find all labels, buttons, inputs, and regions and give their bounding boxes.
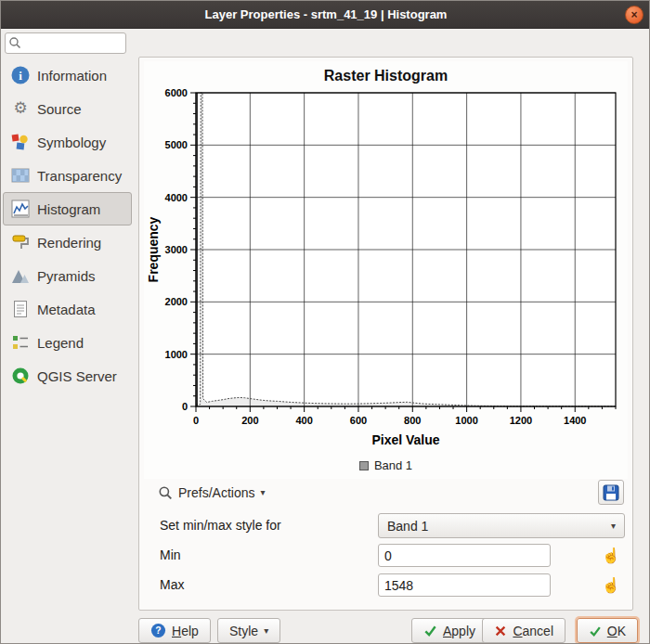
histogram-chart-svg[interactable]: 0200400600800100012001400010002000300040… xyxy=(144,85,628,457)
histogram-panel: Raster Histogram 02004006008001000120014… xyxy=(138,57,633,611)
hand-pointer-icon: ☝ xyxy=(602,576,620,594)
sidebar-item-label: QGIS Server xyxy=(37,368,117,384)
save-histogram-button[interactable] xyxy=(598,480,624,505)
legend-label: Band 1 xyxy=(374,458,412,472)
set-max-button[interactable]: ☝ xyxy=(600,573,622,597)
search-input[interactable] xyxy=(5,32,126,54)
min-label: Min xyxy=(160,543,181,568)
svg-text:600: 600 xyxy=(350,415,367,426)
pyramids-icon xyxy=(10,265,31,286)
prefs-actions-label: Prefs/Actions xyxy=(178,485,254,500)
svg-text:800: 800 xyxy=(404,415,421,426)
sidebar: i Information ⚙ Source Symbology Transpa… xyxy=(1,58,134,393)
set-minmax-label: Set min/max style for xyxy=(160,513,281,538)
sidebar-item-transparency[interactable]: Transparency xyxy=(3,159,132,192)
sidebar-item-label: Rendering xyxy=(37,235,101,251)
source-icon: ⚙ xyxy=(10,98,31,119)
chevron-down-icon: ▾ xyxy=(264,625,268,636)
sidebar-item-histogram[interactable]: Histogram xyxy=(3,192,132,225)
ok-label: OK xyxy=(607,624,626,638)
max-label: Max xyxy=(160,573,184,598)
titlebar: Layer Properties - srtm_41_19 | Histogra… xyxy=(1,1,650,29)
sidebar-item-label: Symbology xyxy=(37,135,106,150)
band-select[interactable]: Band 1 ▾ xyxy=(378,513,625,538)
svg-text:4000: 4000 xyxy=(165,192,188,203)
sidebar-item-legend[interactable]: Legend xyxy=(3,326,132,359)
help-icon: ? xyxy=(150,623,166,638)
sidebar-item-label: Metadata xyxy=(37,302,96,317)
sidebar-item-symbology[interactable]: Symbology xyxy=(3,125,132,159)
svg-text:1200: 1200 xyxy=(510,415,532,426)
sidebar-item-rendering[interactable]: Rendering xyxy=(3,225,132,259)
svg-text:5000: 5000 xyxy=(165,139,188,150)
chevron-down-icon: ▾ xyxy=(260,487,265,497)
prefs-actions-button[interactable]: Prefs/Actions ▾ xyxy=(150,480,273,505)
cancel-label: Cancel xyxy=(513,624,553,638)
min-input[interactable] xyxy=(378,544,551,567)
help-button[interactable]: ? Help xyxy=(138,618,211,643)
apply-button[interactable]: Apply xyxy=(411,618,488,643)
sidebar-search xyxy=(5,32,126,54)
svg-text:0: 0 xyxy=(182,401,188,412)
sidebar-item-pyramids[interactable]: Pyramids xyxy=(3,259,132,292)
close-icon: × xyxy=(630,8,637,21)
svg-text:0: 0 xyxy=(193,415,199,426)
svg-text:Frequency: Frequency xyxy=(146,216,161,282)
cancel-button[interactable]: Cancel xyxy=(482,618,566,643)
chart-title: Raster Histogram xyxy=(144,61,628,84)
rendering-icon xyxy=(10,232,31,252)
chart-legend: Band 1 xyxy=(144,458,628,472)
magnifier-icon xyxy=(158,485,173,500)
legend-icon xyxy=(10,332,31,353)
transparency-icon xyxy=(10,165,31,186)
close-button[interactable]: × xyxy=(625,6,644,24)
svg-text:2000: 2000 xyxy=(165,296,188,307)
raster-histogram-chart: Raster Histogram 02004006008001000120014… xyxy=(144,61,628,479)
qgis-server-icon xyxy=(10,366,31,386)
sidebar-item-label: Histogram xyxy=(37,201,100,217)
sidebar-item-information[interactable]: i Information xyxy=(3,58,132,92)
check-icon xyxy=(423,624,437,638)
svg-text:1400: 1400 xyxy=(564,415,586,426)
histogram-icon xyxy=(10,199,31,219)
sidebar-item-label: Legend xyxy=(37,335,84,351)
check-icon xyxy=(589,625,602,638)
sidebar-item-label: Pyramids xyxy=(37,268,96,284)
legend-swatch xyxy=(359,461,369,470)
style-label: Style xyxy=(229,624,258,638)
style-button[interactable]: Style ▾ xyxy=(217,618,280,643)
svg-text:200: 200 xyxy=(241,415,258,426)
symbology-icon xyxy=(10,132,31,152)
x-icon xyxy=(494,625,507,638)
svg-text:1000: 1000 xyxy=(455,415,477,426)
svg-text:Pixel Value: Pixel Value xyxy=(371,432,439,447)
apply-label: Apply xyxy=(443,624,475,638)
svg-text:1000: 1000 xyxy=(165,349,188,360)
hand-pointer-icon: ☝ xyxy=(602,547,620,564)
max-input[interactable] xyxy=(378,573,551,597)
save-icon xyxy=(602,483,620,502)
help-label: Help xyxy=(172,624,199,638)
metadata-icon xyxy=(10,299,31,319)
svg-text:400: 400 xyxy=(295,415,312,426)
sidebar-item-label: Information xyxy=(37,68,107,84)
sidebar-item-metadata[interactable]: Metadata xyxy=(3,292,132,326)
svg-text:6000: 6000 xyxy=(165,87,188,98)
sidebar-item-source[interactable]: ⚙ Source xyxy=(3,92,132,125)
svg-text:?: ? xyxy=(155,625,161,636)
sidebar-item-label: Source xyxy=(37,101,82,117)
ok-button[interactable]: OK xyxy=(577,618,638,643)
svg-text:3000: 3000 xyxy=(165,244,188,255)
band-select-value: Band 1 xyxy=(387,519,428,534)
sidebar-item-qgis-server[interactable]: QGIS Server xyxy=(3,359,132,393)
chevron-down-icon: ▾ xyxy=(611,521,616,531)
svg-text:i: i xyxy=(19,69,22,83)
information-icon: i xyxy=(10,65,31,85)
set-min-button[interactable]: ☝ xyxy=(600,544,622,567)
sidebar-item-label: Transparency xyxy=(37,168,122,184)
window-title: Layer Properties - srtm_41_19 | Histogra… xyxy=(205,7,448,21)
